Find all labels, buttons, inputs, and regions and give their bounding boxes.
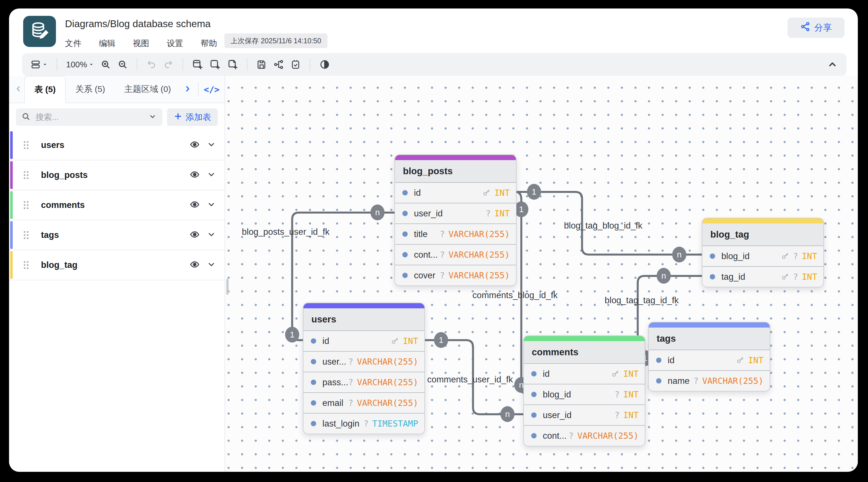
sidebar-resize-handle[interactable] (226, 279, 228, 295)
table-header[interactable]: comments (524, 341, 645, 363)
table-field-row[interactable]: email?VARCHAR(255) (304, 392, 424, 413)
field-type: INT (494, 208, 510, 218)
diagram-table[interactable]: comments idINTblog_id?INTuser_id?INTcont… (523, 336, 645, 446)
tab-tables[interactable]: 表 (5) (24, 76, 66, 103)
diagram-canvas[interactable]: blog_posts_user_id_fk 1 n blog_tag_blog_… (226, 76, 858, 472)
drag-handle-icon[interactable] (24, 231, 29, 239)
visibility-eye-icon[interactable] (190, 229, 200, 241)
menu-settings[interactable]: 设置 (166, 37, 184, 50)
chevron-down-icon[interactable] (207, 230, 216, 240)
menu-edit[interactable]: 编辑 (98, 37, 116, 50)
redo-button[interactable] (163, 59, 174, 69)
diagram-table[interactable]: tags idINTname?VARCHAR(255) (648, 322, 770, 392)
theme-contrast-button[interactable] (319, 59, 330, 70)
drag-handle-icon[interactable] (24, 171, 29, 179)
layout-view-button[interactable] (31, 59, 48, 69)
relationship-label[interactable]: comments_blog_id_fk (472, 290, 558, 301)
tabs-next-button[interactable] (183, 85, 192, 94)
table-header[interactable]: blog_tag (703, 224, 824, 246)
add-table-button-sidebar[interactable]: 添加表 (167, 108, 218, 126)
diagram-table[interactable]: blog_posts idINTuser_id?INTtitle?VARCHAR… (395, 154, 517, 286)
drag-handle-icon[interactable] (24, 141, 29, 149)
save-button[interactable] (256, 59, 267, 69)
table-field-row[interactable]: tag_id?INT (703, 266, 824, 287)
zoom-level-select[interactable]: 100% (66, 60, 94, 69)
diagram-table[interactable]: users idINTuser...?VARCHAR(255)pass...?V… (303, 303, 425, 434)
sidebar-table-row[interactable]: blog_posts (9, 160, 225, 190)
todo-button[interactable] (290, 59, 301, 69)
table-header[interactable]: blog_posts (395, 160, 516, 182)
drag-handle-icon[interactable] (24, 261, 29, 269)
chevron-down-icon[interactable] (207, 200, 216, 210)
nullable-mark: ? (440, 271, 445, 280)
table-search[interactable] (16, 108, 162, 126)
table-field-row[interactable]: pass...?VARCHAR(255) (304, 372, 424, 392)
toolbar: 100% (22, 53, 846, 76)
relationship-label[interactable]: comments_user_id_fk (427, 374, 513, 385)
zoom-in-button[interactable] (101, 59, 111, 69)
table-field-row[interactable]: blog_id?INT (524, 384, 645, 404)
menu-file[interactable]: 文件 (64, 37, 82, 50)
code-view-button[interactable]: </> (204, 84, 220, 94)
relationship-label[interactable]: blog_tag_blog_id_fk (564, 221, 643, 231)
visibility-eye-icon[interactable] (190, 169, 200, 181)
table-field-row[interactable]: user_id?INT (395, 203, 516, 224)
field-type: INT (623, 390, 639, 399)
table-name: blog_posts (403, 166, 453, 176)
nullable-mark: ? (615, 390, 620, 399)
table-field-row[interactable]: cont...?VARCHAR(255) (524, 425, 645, 446)
sidebar-table-row[interactable]: comments (9, 190, 225, 220)
table-header[interactable]: tags (649, 328, 770, 350)
chevron-down-icon[interactable] (207, 260, 216, 271)
relationship-label[interactable]: blog_tag_tag_id_fk (604, 295, 679, 306)
share-icon (800, 22, 810, 34)
table-field-row[interactable]: user_id?INT (524, 404, 645, 425)
diagram-table[interactable]: blog_tag blog_id?INTtag_id?INT (702, 218, 824, 287)
field-name: id (543, 369, 550, 379)
visibility-eye-icon[interactable] (190, 139, 200, 151)
cardinality-badge: 1 (527, 184, 541, 200)
table-field-row[interactable]: idINT (649, 350, 770, 370)
collapse-sidebar-button[interactable] (14, 85, 23, 94)
sidebar-table-row[interactable]: blog_tag (9, 250, 225, 280)
field-name: blog_id (721, 251, 750, 261)
add-table-button[interactable] (192, 59, 203, 70)
tab-relationships[interactable]: 关系 (5) (66, 76, 115, 103)
chevron-down-icon[interactable] (207, 140, 216, 150)
table-header[interactable]: users (304, 308, 424, 331)
menu-help[interactable]: 帮助 (200, 37, 218, 50)
sidebar-table-row[interactable]: tags (9, 220, 225, 250)
relationships-button[interactable] (274, 59, 284, 69)
table-field-row[interactable]: title?VARCHAR(255) (395, 224, 516, 244)
table-field-row[interactable]: idINT (304, 331, 424, 351)
table-field-row[interactable]: cover?VARCHAR(255) (395, 265, 516, 285)
collapse-toolbar-button[interactable] (827, 59, 838, 70)
table-field-row[interactable]: user...?VARCHAR(255) (304, 351, 424, 372)
table-field-row[interactable]: idINT (524, 363, 645, 384)
zoom-out-button[interactable] (118, 59, 128, 69)
table-field-row[interactable]: idINT (395, 182, 516, 203)
field-dot-icon (402, 190, 408, 195)
table-field-row[interactable]: blog_id?INT (703, 246, 824, 266)
field-name: id (414, 188, 421, 198)
sidebar-table-row[interactable]: users (9, 131, 225, 160)
field-name: cont... (543, 431, 566, 441)
drag-handle-icon[interactable] (24, 201, 29, 209)
chevron-down-icon[interactable] (148, 112, 157, 122)
add-note-button[interactable] (227, 59, 238, 70)
undo-button[interactable] (146, 59, 157, 69)
share-button[interactable]: 分享 (787, 18, 844, 38)
search-input[interactable] (36, 113, 143, 122)
visibility-eye-icon[interactable] (190, 199, 200, 211)
table-field-row[interactable]: name?VARCHAR(255) (649, 370, 770, 391)
cardinality-badge: 1 (434, 332, 448, 348)
visibility-eye-icon[interactable] (190, 259, 200, 271)
chevron-down-icon[interactable] (207, 170, 216, 180)
relationship-label[interactable]: blog_posts_user_id_fk (242, 227, 330, 237)
add-area-button[interactable] (210, 59, 220, 70)
tab-subject-areas[interactable]: 主题区域 (0) (115, 76, 181, 103)
tabstrip-divider (198, 83, 198, 96)
table-field-row[interactable]: cont...?VARCHAR(255) (395, 244, 516, 265)
menu-view[interactable]: 视图 (132, 37, 150, 50)
table-field-row[interactable]: last_login?TIMESTAMP (304, 413, 424, 434)
